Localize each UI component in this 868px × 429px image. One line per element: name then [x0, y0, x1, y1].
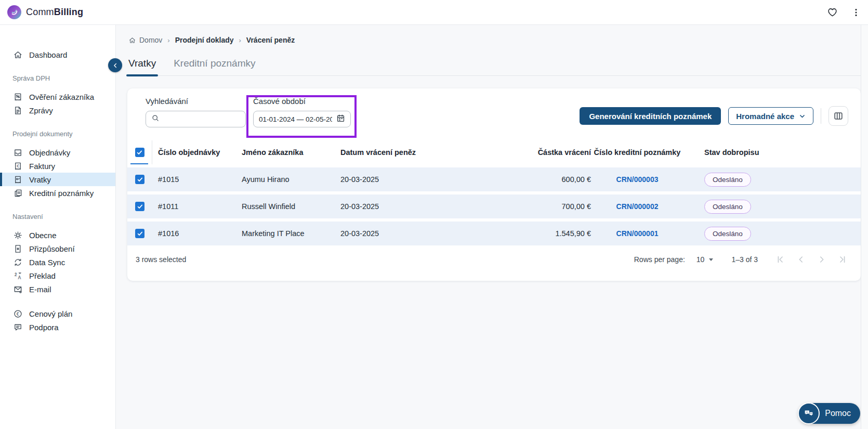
breadcrumb: Domov › Prodejní doklady › Vrácení peněz	[116, 25, 868, 44]
brand-logo-icon	[7, 5, 21, 19]
tab-vratky[interactable]: Vratky	[128, 58, 156, 75]
sidebar-section-nastaveni: Nastavení	[0, 212, 115, 221]
refund-amount: 600,00 €	[491, 175, 591, 184]
credit-note-link[interactable]: CRN/000003	[616, 175, 659, 184]
refund-amount: 700,00 €	[491, 202, 591, 211]
column-header-refund-amount[interactable]: Částka vrácení	[491, 148, 591, 157]
search-label: Vyhledávání	[146, 97, 246, 106]
customize-doc-icon	[12, 244, 23, 254]
generate-credit-notes-button[interactable]: Generování kreditních poznámek	[580, 107, 721, 125]
rows-per-page-select[interactable]: 10	[696, 255, 714, 264]
column-header-credit-note-status[interactable]: Stav dobropisu	[704, 148, 861, 157]
search-input-box	[146, 111, 246, 127]
support-chat-icon	[12, 322, 23, 332]
sidebar-item-podpora[interactable]: Podpora	[0, 320, 115, 334]
sidebar-item-label: Data Sync	[29, 258, 65, 267]
credit-note-link[interactable]: CRN/000002	[616, 202, 659, 211]
sidebar-item-vratky[interactable]: Vratky	[0, 173, 115, 186]
row-checkbox[interactable]	[135, 175, 144, 184]
sidebar-section-prodejni-dokumenty: Prodejní dokumenty	[0, 129, 115, 138]
sidebar-item-label: Překlad	[29, 271, 56, 280]
bulk-actions-button[interactable]: Hromadné akce	[728, 107, 813, 125]
app-logo[interactable]: CommBilling	[0, 5, 83, 19]
sidebar-item-kreditni-poznamky[interactable]: Kreditní poznámky	[0, 186, 115, 200]
customer-name: Ayumu Hirano	[242, 175, 340, 184]
sidebar-item-email[interactable]: E-mail	[0, 282, 115, 296]
select-all-cell	[127, 140, 152, 164]
sidebar-item-overeni-zakaznika[interactable]: Ověření zákazníka	[0, 90, 115, 103]
receipt-percent-icon	[12, 92, 23, 102]
refunds-panel: Vyhledávání Časové období	[127, 88, 861, 281]
help-button[interactable]: Pomoc	[798, 403, 860, 424]
column-header-refund-date[interactable]: Datum vrácení peněz	[340, 148, 491, 157]
tab-kreditni-poznamky[interactable]: Kreditní poznámky	[174, 58, 255, 75]
first-page-icon[interactable]	[775, 255, 785, 264]
chat-bubbles-icon	[798, 402, 820, 424]
sidebar-item-preklad[interactable]: žA Překlad	[0, 269, 115, 282]
sidebar-item-prizpusobeni[interactable]: Přizpůsobení	[0, 242, 115, 255]
divider	[821, 108, 821, 124]
table-row[interactable]: #1011 Russell Winfield 20-03-2025 700,00…	[127, 194, 861, 218]
sidebar-section-sprava-dph: Správa DPH	[0, 73, 115, 83]
sidebar-item-obecne[interactable]: Obecne	[0, 228, 115, 242]
heart-icon[interactable]	[827, 7, 838, 18]
row-checkbox[interactable]	[135, 229, 144, 238]
status-badge: Odesláno	[704, 227, 751, 241]
breadcrumb-item: Vrácení peněz	[246, 36, 295, 44]
gear-icon	[12, 230, 23, 240]
row-checkbox[interactable]	[135, 202, 144, 211]
calendar-icon[interactable]	[336, 114, 345, 125]
breadcrumb-item[interactable]: Prodejní doklady	[175, 36, 234, 44]
top-bar: CommBilling	[0, 0, 868, 25]
document-icon	[12, 106, 23, 115]
sidebar-item-label: Zprávy	[29, 106, 53, 115]
last-page-icon[interactable]	[838, 255, 847, 264]
sidebar-item-cenovy-plan[interactable]: € Cenový plán	[0, 307, 115, 320]
table-row[interactable]: #1016 Marketing IT Place 20-03-2025 1.54…	[127, 222, 861, 245]
table-row[interactable]: #1015 Ayumu Hirano 20-03-2025 600,00 € C…	[127, 167, 861, 191]
column-header-customer-name[interactable]: Jméno zákazníka	[242, 148, 340, 157]
kebab-menu-icon[interactable]	[851, 8, 861, 17]
rows-selected-text: 3 rows selected	[136, 255, 186, 264]
scrollbar-track[interactable]	[861, 25, 868, 429]
next-page-icon[interactable]	[817, 255, 826, 264]
sidebar-item-faktury[interactable]: € Faktury	[0, 159, 115, 173]
sidebar-item-data-sync[interactable]: Data Sync	[0, 255, 115, 269]
search-input[interactable]	[164, 115, 240, 123]
chevron-right-icon: ›	[167, 36, 169, 44]
column-header-credit-note-number[interactable]: Číslo kreditní poznámky	[591, 148, 704, 157]
credit-notes-icon	[12, 188, 23, 198]
rows-per-page-label: Rows per page:	[634, 255, 685, 264]
breadcrumb-home[interactable]: Domov	[128, 36, 162, 44]
svg-text:ž: ž	[14, 271, 17, 277]
status-badge: Odesláno	[704, 200, 751, 214]
sidebar-item-label: E-mail	[29, 285, 51, 294]
credit-note-link[interactable]: CRN/000001	[616, 229, 659, 238]
sidebar-item-label: Přizpůsobení	[29, 244, 75, 253]
inbox-icon	[12, 148, 23, 158]
table-footer: 3 rows selected Rows per page: 10 1–3 of…	[127, 245, 861, 274]
translate-icon: žA	[12, 271, 23, 281]
sync-icon	[12, 257, 23, 267]
sidebar-item-label: Faktury	[29, 162, 55, 171]
column-header-order-number[interactable]: Číslo objednávky	[152, 148, 242, 157]
date-range-label: Časové období	[253, 97, 351, 106]
sidebar-item-label: Objednávky	[29, 148, 70, 157]
sidebar-item-dashboard[interactable]: Dashboard	[0, 48, 115, 61]
manage-columns-button[interactable]	[828, 106, 848, 126]
sidebar-item-label: Kreditní poznámky	[29, 189, 94, 198]
sidebar-item-objednavky[interactable]: Objednávky	[0, 146, 115, 159]
sidebar-item-zpravy[interactable]: Zprávy	[0, 103, 115, 117]
email-gear-icon	[12, 284, 23, 294]
customer-name: Russell Winfield	[242, 202, 340, 211]
breadcrumb-item[interactable]: Domov	[139, 36, 162, 44]
svg-text:€: €	[17, 163, 19, 168]
sidebar-item-label: Vratky	[29, 175, 51, 184]
date-range-input[interactable]	[259, 115, 332, 123]
sidebar: Dashboard Správa DPH Ověření zákazníka Z…	[0, 25, 116, 429]
svg-text:€: €	[16, 311, 19, 316]
previous-page-icon[interactable]	[796, 255, 806, 264]
sidebar-item-label: Obecne	[29, 231, 57, 240]
select-all-checkbox[interactable]	[135, 148, 144, 157]
refund-date: 20-03-2025	[340, 175, 491, 184]
